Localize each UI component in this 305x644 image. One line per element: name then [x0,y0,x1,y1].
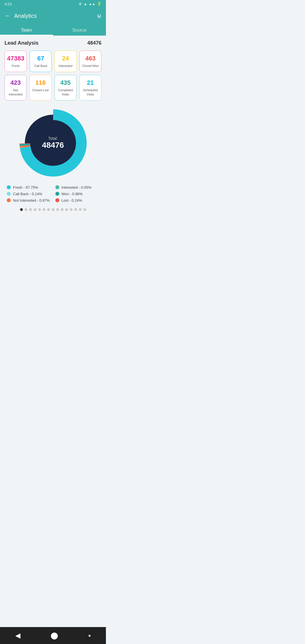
pagination-dot-14[interactable] [83,208,86,211]
battery-icon: 🔋 [97,2,101,6]
legend-container: Fresh - 97.75% Interested - 0.05% Call B… [5,185,101,203]
pagination-dot-12[interactable] [74,208,77,211]
card-closed-lost[interactable]: 116 Closed Lost [29,75,51,101]
legend-item-callback: Call Back - 0.14% [7,192,51,196]
donut-chart: Total: 48476 [5,106,101,180]
lead-analysis-count: 48476 [87,40,101,46]
tab-team[interactable]: Team [0,24,53,36]
completed-number: 435 [60,79,71,86]
legend-dot-fresh [7,185,11,189]
pagination-dot-1[interactable] [25,208,27,211]
legend-text-not-interested: Not Interested - 0.87% [13,198,50,203]
signal-icon: ▲▲ [89,2,95,6]
top-nav: ← Analytics ⊌ [0,8,106,24]
main-content: Lead Analysis 48476 47383 Fresh 67 Call … [0,36,106,235]
home-nav-button[interactable]: ⬤ [44,630,65,641]
pagination-dot-5[interactable] [43,208,45,211]
completed-label: Completed Visits [57,88,74,96]
back-button[interactable]: ← [5,12,11,19]
legend-text-callback: Call Back - 0.14% [13,192,42,196]
lead-analysis-title: Lead Analysis [5,40,38,46]
legend-text-lost: Lost - 0.24% [62,198,82,203]
closed-lost-number: 116 [35,79,46,86]
pagination-dot-10[interactable] [65,208,68,211]
pagination-dots [5,208,101,211]
card-callback[interactable]: 67 Call Back [30,51,52,72]
pagination-dot-3[interactable] [34,208,36,211]
card-not-interested[interactable]: 423 Not Interested [5,75,27,101]
pagination-dot-7[interactable] [52,208,55,211]
closed-won-label: Closed Won [82,64,99,68]
closed-lost-label: Closed Lost [32,88,49,92]
scheduled-label: Scheduled Visits [82,88,99,96]
legend-text-interested: Interested - 0.05% [62,185,91,190]
pagination-dot-0[interactable] [20,208,23,211]
status-bar: 4:23 ⚙ ▲ ▲▲ 🔋 [0,0,106,8]
not-interested-number: 423 [10,79,21,86]
legend-item-lost: Lost - 0.24% [55,198,99,203]
scheduled-number: 21 [87,79,94,86]
interested-number: 24 [62,55,69,62]
cards-grid-top: 47383 Fresh 67 Call Back 24 Interested 4… [5,51,101,72]
card-completed[interactable]: 435 Completed Visits [55,75,77,101]
pagination-dot-13[interactable] [79,208,82,211]
callback-number: 67 [37,55,44,62]
donut-center: Total: 48476 [42,136,64,150]
wifi-icon: ▲ [84,2,87,6]
page-title: Analytics [14,13,97,19]
pagination-dot-4[interactable] [38,208,41,211]
legend-item-fresh: Fresh - 97.75% [7,185,51,190]
donut-total-number: 48476 [42,141,64,150]
legend-dot-lost [55,198,59,202]
interested-label: Interested [59,64,73,68]
tab-source[interactable]: Source [53,24,106,36]
pagination-dot-9[interactable] [61,208,64,211]
recent-nav-button[interactable]: ▪ [82,630,98,641]
card-interested[interactable]: 24 Interested [55,51,77,72]
donut-total-label: Total: [42,136,64,141]
legend-dot-callback [7,192,11,196]
legend-item-not-interested: Not Interested - 0.87% [7,198,51,203]
status-icons: ⚙ ▲ ▲▲ 🔋 [79,2,101,6]
settings-icon: ⚙ [79,2,82,6]
card-fresh[interactable]: 47383 Fresh [5,51,27,72]
tabs-bar: Team Source [0,24,106,36]
pagination-dot-8[interactable] [56,208,59,211]
legend-dot-won [55,192,59,196]
fresh-number: 47383 [7,55,24,62]
legend-dot-interested [55,185,59,189]
closed-won-number: 463 [85,55,96,62]
bottom-nav: ◀ ⬤ ▪ [0,627,106,644]
filter-button[interactable]: ⊌ [97,12,101,19]
donut-wrapper: Total: 48476 [16,106,90,180]
legend-dot-not-interested [7,198,11,202]
back-nav-button[interactable]: ◀ [8,630,27,641]
pagination-dot-11[interactable] [70,208,73,211]
not-interested-label: Not Interested [7,88,24,96]
lead-analysis-header: Lead Analysis 48476 [5,40,101,46]
legend-text-fresh: Fresh - 97.75% [13,185,38,190]
legend-text-won: Won - 0.96% [62,192,83,196]
status-time: 4:23 [5,2,12,6]
legend-item-won: Won - 0.96% [55,192,99,196]
legend-item-interested: Interested - 0.05% [55,185,99,190]
pagination-dot-2[interactable] [29,208,32,211]
fresh-label: Fresh [12,64,20,68]
callback-label: Call Back [34,64,47,68]
card-scheduled[interactable]: 21 Scheduled Visits [79,75,101,101]
pagination-dot-6[interactable] [47,208,50,211]
cards-grid-bottom: 423 Not Interested 116 Closed Lost 435 C… [5,75,101,101]
card-closed-won[interactable]: 463 Closed Won [79,51,101,72]
